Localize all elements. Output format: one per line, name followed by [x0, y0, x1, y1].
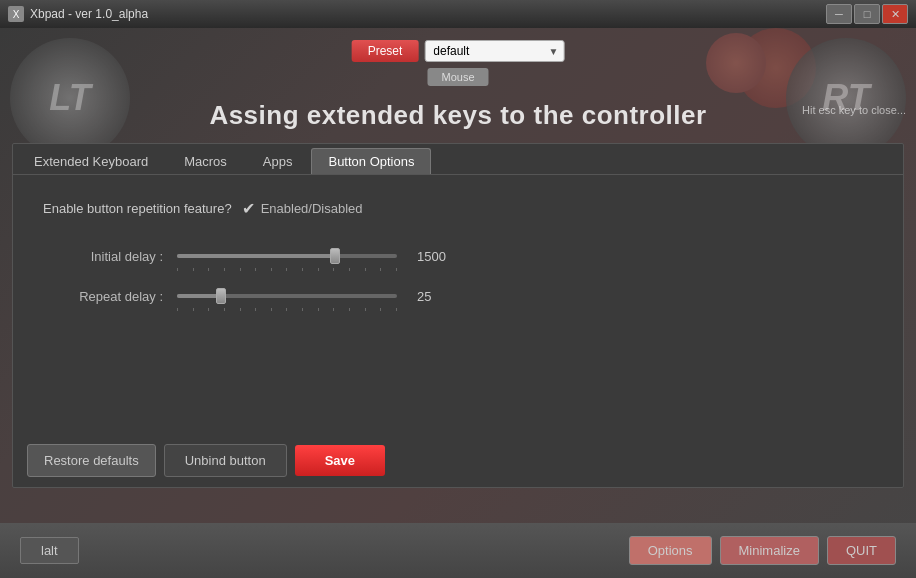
initial-delay-track [177, 254, 397, 258]
preset-select-wrap: default ▼ [424, 40, 564, 62]
preset-select[interactable]: default [424, 40, 564, 62]
panel-content: Enable button repetition feature? ✔ Enab… [13, 175, 903, 350]
titlebar: X Xbpad - ver 1.0_alpha ─ □ ✕ [0, 0, 916, 28]
repeat-delay-row: Repeat delay : [43, 286, 873, 306]
repeat-delay-label: Repeat delay : [43, 289, 163, 304]
rt-circle: RT [786, 38, 906, 158]
repeat-delay-thumb[interactable] [216, 288, 226, 304]
tab-extended-keyboard[interactable]: Extended Keyboard [17, 148, 165, 174]
initial-delay-fill [177, 254, 335, 258]
initial-delay-slider[interactable] [177, 246, 397, 266]
window-title: Xbpad - ver 1.0_alpha [30, 7, 826, 21]
checkbox-icon[interactable]: ✔ [242, 199, 255, 218]
lt-circle: LT [10, 38, 130, 158]
initial-delay-value: 1500 [417, 249, 457, 264]
tab-apps[interactable]: Apps [246, 148, 310, 174]
taskbar: lalt Options Minimalize QUIT [0, 523, 916, 578]
maximize-button[interactable]: □ [854, 4, 880, 24]
bg-circle-2 [706, 33, 766, 93]
close-button[interactable]: ✕ [882, 4, 908, 24]
enable-text: Enabled/Disabled [261, 201, 363, 216]
mouse-button-area: Mouse [427, 68, 488, 86]
mouse-button[interactable]: Mouse [427, 68, 488, 86]
slider-ticks [177, 268, 397, 272]
esc-hint: Hit esc key to close... [802, 104, 906, 116]
taskbar-app-button[interactable]: lalt [20, 537, 79, 564]
initial-delay-label: Initial delay : [43, 249, 163, 264]
tab-macros[interactable]: Macros [167, 148, 244, 174]
restore-defaults-button[interactable]: Restore defaults [27, 444, 156, 477]
tab-button-options[interactable]: Button Options [311, 148, 431, 174]
taskbar-left: lalt [20, 537, 79, 564]
panel: Extended Keyboard Macros Apps Button Opt… [12, 143, 904, 488]
quit-button[interactable]: QUIT [827, 536, 896, 565]
tabs: Extended Keyboard Macros Apps Button Opt… [13, 144, 903, 175]
repeat-delay-track [177, 294, 397, 298]
preset-bar: Preset default ▼ [352, 40, 565, 62]
enable-label: Enable button repetition feature? [43, 201, 232, 216]
repeat-delay-value: 25 [417, 289, 457, 304]
taskbar-right: Options Minimalize QUIT [629, 536, 896, 565]
repeat-delay-slider[interactable] [177, 286, 397, 306]
enable-row: Enable button repetition feature? ✔ Enab… [43, 199, 873, 218]
main-area: LT RT Preset default ▼ Mouse Assing exte… [0, 28, 916, 578]
initial-delay-row: Initial delay : [43, 246, 873, 266]
repeat-slider-ticks [177, 308, 397, 312]
checkbox-wrap: ✔ Enabled/Disabled [242, 199, 363, 218]
window-controls: ─ □ ✕ [826, 4, 908, 24]
app-icon: X [8, 6, 24, 22]
save-button[interactable]: Save [295, 445, 385, 476]
preset-button[interactable]: Preset [352, 40, 419, 62]
initial-delay-thumb[interactable] [330, 248, 340, 264]
heading-text: Assing extended keys to the controller [0, 100, 916, 131]
minimize-app-button[interactable]: Minimalize [720, 536, 819, 565]
minimize-button[interactable]: ─ [826, 4, 852, 24]
repeat-delay-fill [177, 294, 221, 298]
panel-footer: Restore defaults Unbind button Save [13, 444, 903, 477]
options-button[interactable]: Options [629, 536, 712, 565]
unbind-button[interactable]: Unbind button [164, 444, 287, 477]
